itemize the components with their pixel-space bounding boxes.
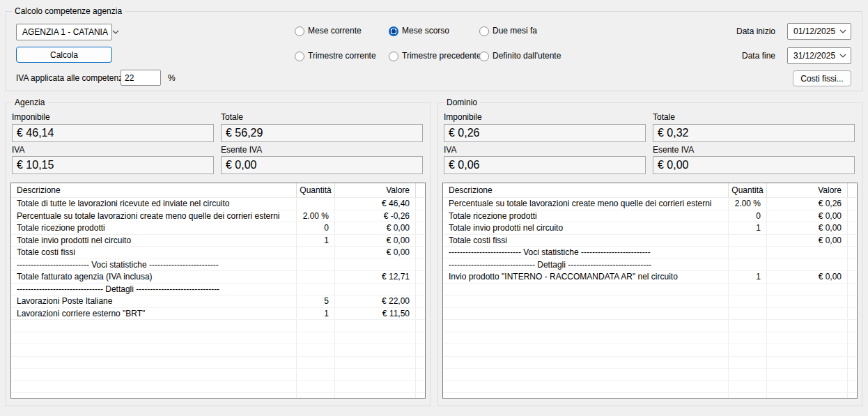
cell-descrizione [443,357,729,369]
table-row[interactable]: Lavorazioni corriere esterno "BRT"1€ 11,… [11,308,425,321]
table-row[interactable]: ------------------------------- Dettagli… [443,259,857,272]
cell-quantita [729,259,767,271]
radio-selected-icon[interactable] [389,26,398,36]
cell-spare [848,393,857,399]
cell-descrizione: Totale fatturato agenzia (IVA inclusa) [11,271,297,283]
cell-valore [335,369,416,380]
data-fine-value: 31/12/2025 [793,51,835,61]
table-row[interactable]: Totale fatturato agenzia (IVA inclusa)€ … [11,271,425,284]
radio-unselected-icon[interactable] [295,52,304,61]
cell-valore [767,381,848,393]
cell-valore [335,320,416,332]
table-row[interactable]: -------------------------- Voci statisti… [443,247,857,259]
table-row-empty [11,381,425,394]
cell-descrizione: -------------------------- Voci statisti… [11,259,297,271]
header-valore[interactable]: Valore [767,183,848,198]
radio-period-5[interactable]: Definito dall'utente [479,51,561,61]
cell-valore [335,344,416,356]
table-row-empty [11,332,425,345]
header-valore[interactable]: Valore [335,183,416,198]
field-iva: € 0,06 [444,156,646,174]
calcola-button[interactable]: Calcola [16,47,112,63]
cell-quantita: 2.00 % [729,198,767,210]
cell-valore: € -0,26 [335,210,416,222]
cell-spare [416,381,425,393]
cell-quantita [729,369,767,380]
data-inizio-select[interactable]: 01/12/2025 [787,23,851,40]
cell-spare [848,235,857,247]
header-quantita[interactable]: Quantità [297,183,335,198]
header-spare [416,183,425,198]
data-inizio-value: 01/12/2025 [793,26,835,36]
cell-valore: € 0,26 [767,198,848,210]
table-row[interactable]: Totale invio prodotti nel circuito1€ 0,0… [443,222,857,235]
cell-quantita [729,332,767,344]
radio-period-3[interactable]: Trimestre corrente [295,51,376,61]
table-row[interactable]: Totale ricezione prodotti0€ 0,00 [11,222,425,235]
cell-descrizione [11,344,297,356]
cell-valore: € 0,00 [335,222,416,234]
data-fine-select[interactable]: 31/12/2025 [787,47,851,64]
cell-valore [767,284,848,295]
cell-spare [848,222,857,234]
app-window: Calcolo competenze agenzia AGENZIA 1 - C… [0,0,868,416]
cell-quantita: 0 [729,210,767,222]
cell-valore [335,332,416,344]
radio-label: Trimestre precedente [402,51,481,61]
header-quantita[interactable]: Quantità [729,183,767,198]
header-descrizione[interactable]: Descrizione [443,183,729,198]
cell-quantita [729,381,767,393]
table-row-empty [443,308,857,321]
table-row[interactable]: Totale di tutte le lavorazioni ricevute … [11,198,425,210]
radio-unselected-icon[interactable] [295,26,304,36]
cell-descrizione [11,381,297,393]
radio-period-4[interactable]: Trimestre precedente [389,51,481,61]
radio-unselected-icon[interactable] [479,26,489,36]
cell-descrizione [443,381,729,393]
cell-descrizione [443,344,729,356]
cell-spare [416,259,425,271]
table-row[interactable]: Lavorazioni Poste Italiane5€ 22,00 [11,295,425,308]
cell-quantita: 0 [297,222,335,234]
cell-descrizione: Lavorazioni corriere esterno "BRT" [11,308,297,320]
cell-descrizione [443,284,729,295]
radio-unselected-icon[interactable] [389,52,398,61]
table-row[interactable]: Percentuale su totale lavorazioni create… [443,198,857,210]
cell-valore: € 0,00 [335,235,416,247]
cell-spare [848,247,857,259]
field-label-totale: Totale [653,112,675,122]
cell-descrizione: Totale ricezione prodotti [11,222,297,234]
table-row[interactable]: Totale invio prodotti nel circuito1€ 0,0… [11,235,425,247]
table-row[interactable]: -------------------------- Voci statisti… [11,259,425,272]
cell-descrizione [11,369,297,380]
table-row[interactable]: Percentuale su totale lavorazioni create… [11,210,425,223]
table-header-row: DescrizioneQuantitàValore [443,183,857,198]
table-row[interactable]: Totale costi fissi€ 0,00 [11,247,425,259]
table-row[interactable]: Invio prodotto "INTERNO - RACCOMANDATA A… [443,271,857,284]
cell-quantita [297,357,335,369]
table-row[interactable]: Totale ricezione prodotti0€ 0,00 [443,210,857,223]
iva-percent-label: % [168,73,176,84]
field-label-esente-iva: Esente IVA [221,145,262,155]
radio-period-0[interactable]: Mese corrente [295,26,362,36]
header-descrizione[interactable]: Descrizione [11,183,297,198]
agency-select[interactable]: AGENZIA 1 - CATANIA [16,24,112,40]
field-label-iva: IVA [444,145,456,155]
cell-spare [848,259,857,271]
costi-fissi-button[interactable]: Costi fissi... [793,70,851,86]
table-row-empty [443,284,857,296]
radio-unselected-icon[interactable] [479,52,489,61]
field-esente-iva: € 0,00 [653,156,855,174]
table-row-empty [443,381,857,394]
radio-period-2[interactable]: Due mesi fa [479,26,537,36]
cell-quantita [297,332,335,344]
group-dominio: Dominio Imponibile € 0,26 Totale € 0,32 … [437,102,862,406]
table-row[interactable]: ------------------------------- Dettagli… [11,284,425,296]
table-row[interactable]: Totale costi fissi€ 0,00 [443,235,857,247]
field-totale: € 56,29 [221,124,423,142]
radio-period-1[interactable]: Mese scorso [389,26,449,36]
cell-descrizione [11,332,297,344]
iva-input[interactable] [121,70,161,86]
table-row-empty [443,344,857,357]
cell-quantita: 2.00 % [297,210,335,222]
